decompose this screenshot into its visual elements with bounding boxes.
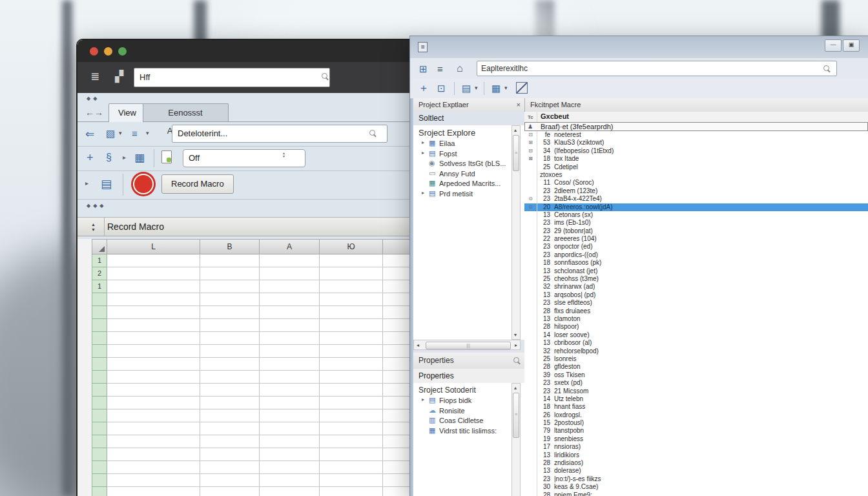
- list-row[interactable]: 232dleem (123te): [524, 187, 868, 195]
- expand-arrow-icon[interactable]: ▸: [422, 150, 424, 156]
- row-header[interactable]: 1: [92, 280, 107, 293]
- minimize-button[interactable]: —: [825, 39, 842, 52]
- list-row[interactable]: ⊞53KlauS3 (xziktowt): [524, 139, 868, 147]
- scrollbar-thumb[interactable]: ≡: [513, 393, 519, 438]
- sheet-cell[interactable]: [260, 384, 320, 397]
- list-row[interactable]: 17nnsioras): [524, 443, 868, 451]
- sheet-cell[interactable]: [107, 280, 200, 293]
- sheet-cell[interactable]: [200, 384, 260, 397]
- list-row[interactable]: 23|no:t/)-s-es fiikzs: [524, 475, 868, 483]
- sheet-cell[interactable]: [320, 384, 383, 397]
- macro-list[interactable]: ⊡fenoeterest⊞53KlauS3 (xziktowt)⊟34(Ifeb…: [524, 131, 868, 496]
- list-row[interactable]: 28ppiem Eme9:: [524, 491, 868, 496]
- sheet-cell[interactable]: [320, 474, 383, 487]
- share-icon[interactable]: ▞: [115, 70, 123, 83]
- list-row[interactable]: 2329 (tobonr|at): [524, 227, 868, 235]
- sheet-cell[interactable]: [200, 345, 260, 358]
- sheet-cell[interactable]: [320, 254, 383, 267]
- sheet-cell[interactable]: [107, 435, 200, 448]
- properties-search-icon[interactable]: [513, 357, 519, 363]
- stepper-icon[interactable]: ▴▾: [283, 152, 285, 158]
- list-row[interactable]: 13cbribosor (al): [524, 339, 868, 347]
- back-arrow-icon[interactable]: ⇐: [85, 127, 94, 141]
- sheet-cell[interactable]: [320, 280, 383, 293]
- dropdown-caret-icon[interactable]: ▾: [146, 130, 149, 136]
- list-row[interactable]: 14loser soove): [524, 331, 868, 339]
- list-row[interactable]: 18sonnfiasoos (pk): [524, 259, 868, 267]
- list-row[interactable]: ⊡fenoeterest: [524, 131, 868, 139]
- row-header[interactable]: [92, 461, 107, 474]
- sheet-cell[interactable]: [320, 319, 383, 332]
- row-header[interactable]: [92, 371, 107, 384]
- sheet-cell[interactable]: [107, 461, 200, 474]
- sheet-cell[interactable]: [320, 345, 383, 358]
- tree-item-coas[interactable]: ▥Coas Cidletse: [413, 416, 524, 426]
- macro-list-header[interactable]: Fkcitnpet Macre: [524, 98, 868, 112]
- list-row[interactable]: 39oss Tkisen: [524, 371, 868, 379]
- tab-view[interactable]: View: [108, 103, 143, 122]
- sheet-cell[interactable]: [320, 371, 383, 384]
- scroll-left-icon[interactable]: ◂: [417, 342, 419, 348]
- sort-icon[interactable]: ▲▼: [83, 218, 105, 236]
- list-row[interactable]: 25Cdetipel: [524, 163, 868, 171]
- tree-item-arpedoed[interactable]: ▦Arpedoed Macrits...: [413, 179, 524, 189]
- sheet-cell[interactable]: [320, 461, 383, 474]
- column-header[interactable]: A: [260, 239, 320, 254]
- sheet-cell[interactable]: [260, 461, 320, 474]
- properties-scrollbar[interactable]: ▴ ≡: [512, 383, 521, 496]
- edit-icon[interactable]: [516, 82, 528, 94]
- sheet-cell[interactable]: [320, 306, 383, 319]
- list-panel-icon[interactable]: ≣: [90, 70, 99, 83]
- list-row[interactable]: 22areeeres (104): [524, 235, 868, 243]
- titlebar[interactable]: [78, 40, 416, 62]
- sheet-cell[interactable]: [260, 306, 320, 319]
- list-row[interactable]: 14Utz telebn: [524, 395, 868, 403]
- row-header[interactable]: [92, 332, 107, 345]
- list-row[interactable]: 18hnant fiass: [524, 403, 868, 411]
- sheet-cell[interactable]: [320, 267, 383, 280]
- sheet-cell[interactable]: [260, 487, 320, 496]
- project-tree-hscrollbar[interactable]: ◂ ||| ▸: [413, 340, 521, 350]
- project-explorer-header[interactable]: Project Exptlaer ×: [413, 98, 524, 112]
- row-header[interactable]: 2: [92, 267, 107, 280]
- project-explorer-tree[interactable]: Sroject Explore ▸▦Eilaa▸▤Fopst◉Sotlvess …: [413, 125, 524, 340]
- list-column-header[interactable]: Tc Gxcbeut: [524, 112, 868, 123]
- explorer-search-input[interactable]: Eaplterexitlhc: [477, 61, 837, 76]
- sheet-cell[interactable]: [200, 319, 260, 332]
- list-row[interactable]: 30keas & 9.Csae): [524, 483, 868, 491]
- column-header[interactable]: B: [200, 239, 260, 254]
- sheet-cell[interactable]: [107, 474, 200, 487]
- outline-icon[interactable]: ≡: [132, 128, 138, 139]
- sheet-cell[interactable]: [107, 319, 200, 332]
- sheet-cell[interactable]: [200, 397, 260, 409]
- sheet-cell[interactable]: [200, 280, 260, 293]
- copy-icon[interactable]: ⊡: [437, 83, 446, 94]
- sheet-cell[interactable]: [260, 319, 320, 332]
- list-row[interactable]: 28flxs druiaees: [524, 307, 868, 315]
- list-row[interactable]: 23slse efldteos): [524, 299, 868, 307]
- sheet-cell[interactable]: [200, 358, 260, 371]
- row-header[interactable]: [92, 306, 107, 319]
- sheet-cell[interactable]: [107, 345, 200, 358]
- list-row[interactable]: 19snenbiess: [524, 435, 868, 443]
- list-row[interactable]: ⊠18tox Itade: [524, 155, 868, 163]
- list-row[interactable]: 13clamoton: [524, 315, 868, 323]
- sheet-cell[interactable]: [107, 409, 200, 422]
- list-row[interactable]: 13Cetonars (sx): [524, 211, 868, 219]
- record-indicator[interactable]: [133, 174, 154, 194]
- expand-arrow-icon[interactable]: ▸: [422, 140, 424, 145]
- search-input[interactable]: Hff: [134, 68, 330, 87]
- sheet-cell[interactable]: [260, 409, 320, 422]
- sheet-cell[interactable]: [107, 267, 200, 280]
- tree-item-eilaa[interactable]: ▸▦Eilaa: [413, 139, 524, 149]
- scroll-right-icon[interactable]: ▸: [515, 342, 517, 348]
- list-row[interactable]: ⊙232taB4-x-422Te4): [524, 195, 868, 203]
- sheet-cell[interactable]: [320, 293, 383, 306]
- list-row[interactable]: ⊟34(Ifebopesiso (1tEtxd): [524, 147, 868, 155]
- sheet-cell[interactable]: [200, 409, 260, 422]
- sheet-cell[interactable]: [200, 474, 260, 487]
- select-all-corner[interactable]: [92, 239, 107, 254]
- sheet-cell[interactable]: [260, 332, 320, 345]
- grid-icon[interactable]: ▦: [134, 151, 145, 165]
- sheet-cell[interactable]: [200, 293, 260, 306]
